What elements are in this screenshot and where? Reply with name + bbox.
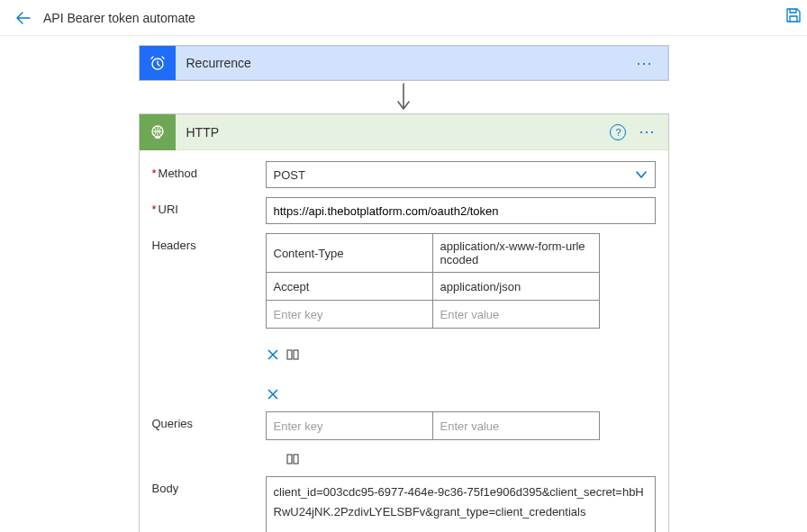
arrow-down-icon <box>394 82 413 113</box>
queries-table <box>266 411 600 440</box>
recurrence-title: Recurrence <box>186 56 633 70</box>
body-row: Body client_id=003cdc95-6977-464e-9c36-7… <box>152 476 656 532</box>
delete-header-button[interactable] <box>266 387 280 402</box>
flow-canvas: Recurrence ··· HTTP ? ··· <box>0 36 807 532</box>
connector-arrow <box>394 81 413 113</box>
uri-row: URI <box>152 197 656 224</box>
header-value-input[interactable] <box>433 301 599 328</box>
text-mode-icon <box>286 453 299 465</box>
http-menu-button[interactable]: ··· <box>635 122 658 141</box>
header-row: Accept application/json <box>267 273 599 301</box>
recurrence-card[interactable]: Recurrence ··· <box>139 45 669 81</box>
arrow-left-icon <box>16 11 31 25</box>
switch-mode-button[interactable] <box>286 348 300 361</box>
recurrence-header: Recurrence ··· <box>176 46 668 80</box>
http-card: HTTP ? ··· Method POST <box>139 113 669 532</box>
recurrence-menu-button[interactable]: ··· <box>632 54 656 73</box>
queries-row: Queries <box>152 411 656 467</box>
uri-label: URI <box>152 197 266 216</box>
http-icon-box <box>140 114 176 150</box>
globe-icon <box>149 123 167 141</box>
headers-label: Headers <box>152 233 266 252</box>
method-select[interactable]: POST <box>266 161 656 188</box>
svg-rect-5 <box>294 455 298 464</box>
http-header[interactable]: HTTP ? ··· <box>140 114 668 150</box>
header-value[interactable]: application/json <box>433 273 599 300</box>
save-button[interactable] <box>785 7 802 26</box>
header-key[interactable]: Accept <box>267 273 433 300</box>
svg-rect-2 <box>287 350 292 359</box>
text-mode-icon <box>286 348 299 361</box>
query-key-input[interactable] <box>267 412 433 439</box>
headers-table: Content-Type application/x-www-form-urle… <box>266 233 600 329</box>
http-title: HTTP <box>186 125 611 140</box>
body-input[interactable]: client_id=003cdc95-6977-464e-9c36-75f1e9… <box>266 476 656 532</box>
queries-actions <box>266 446 300 467</box>
headers-actions <box>266 334 300 402</box>
header-key-input[interactable] <box>267 301 433 328</box>
switch-mode-button[interactable] <box>286 453 300 465</box>
header-row: Content-Type application/x-www-form-urle… <box>267 234 599 273</box>
svg-rect-3 <box>294 350 298 359</box>
method-value: POST <box>274 168 305 182</box>
recurrence-icon-box <box>140 46 176 80</box>
queries-label: Queries <box>152 411 266 430</box>
header-row-new <box>267 301 599 329</box>
chevron-down-icon <box>635 168 648 184</box>
query-value-input[interactable] <box>433 412 599 439</box>
header-value[interactable]: application/x-www-form-urlencoded <box>433 234 599 272</box>
http-form: Method POST URI He <box>140 150 668 532</box>
back-button[interactable] <box>11 5 36 31</box>
method-row: Method POST <box>152 161 656 188</box>
method-label: Method <box>152 161 266 180</box>
svg-rect-4 <box>287 455 292 464</box>
header-key[interactable]: Content-Type <box>267 234 433 272</box>
close-icon <box>267 349 278 360</box>
clock-icon <box>149 54 167 72</box>
help-button[interactable]: ? <box>610 124 626 140</box>
headers-row: Headers Content-Type application/x-www-f… <box>152 233 656 402</box>
page-title: API Bearer token automate <box>43 11 195 25</box>
body-label: Body <box>152 476 266 495</box>
uri-input[interactable] <box>266 197 656 224</box>
save-icon <box>785 7 802 23</box>
delete-header-button[interactable] <box>266 347 280 363</box>
query-row-new <box>267 412 599 439</box>
http-header-body: HTTP ? ··· <box>176 114 668 150</box>
close-icon <box>267 389 278 400</box>
topbar: API Bearer token automate <box>0 0 807 36</box>
